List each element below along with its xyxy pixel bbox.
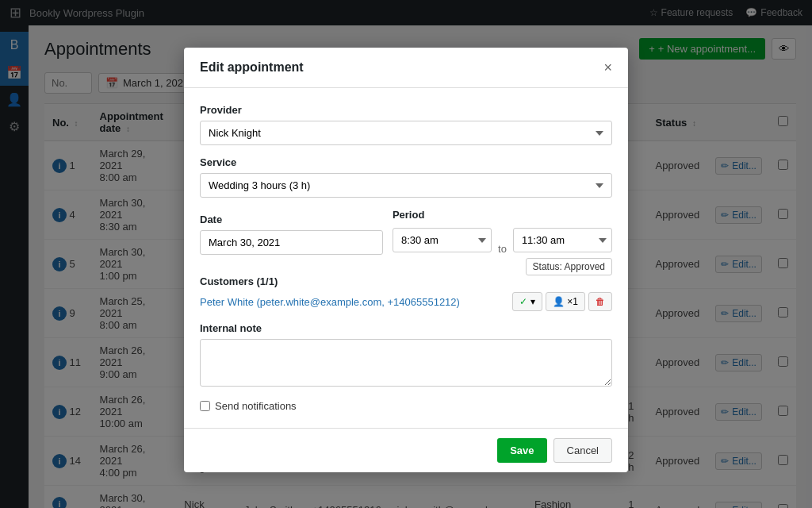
- customers-group: Customers (1/1) Peter White (peter.white…: [200, 275, 612, 311]
- date-input[interactable]: [200, 230, 383, 255]
- customer-link[interactable]: Peter White (peter.white@example.com, +1…: [200, 296, 506, 308]
- date-period-row: Date Period 8:30 am to 11:30 am: [200, 209, 612, 255]
- chevron-down-icon: ▾: [530, 296, 535, 307]
- customer-actions: ✓ ▾ 👤 ×1 🗑: [512, 292, 612, 311]
- service-select[interactable]: Wedding 3 hours (3 h): [200, 173, 612, 198]
- period-end-select[interactable]: 11:30 am: [513, 228, 612, 252]
- period-field: 8:30 am to 11:30 am: [393, 225, 612, 255]
- service-group: Service Wedding 3 hours (3 h): [200, 156, 612, 198]
- send-notifications-label: Send notifications: [215, 400, 297, 412]
- modal-title: Edit appointment: [200, 60, 304, 75]
- customer-row: Peter White (peter.white@example.com, +1…: [200, 292, 612, 311]
- notification-row: Send notifications: [200, 400, 612, 412]
- period-field-wrap: Period 8:30 am to 11:30 am: [393, 209, 612, 255]
- customers-label: Customers (1/1): [200, 275, 612, 287]
- customer-status-button[interactable]: ✓ ▾: [512, 292, 542, 311]
- modal-body: Provider Nick Knight Service Wedding 3 h…: [184, 88, 628, 428]
- send-notifications-checkbox[interactable]: [200, 401, 210, 411]
- internal-note-label: Internal note: [200, 322, 612, 334]
- cancel-button[interactable]: Cancel: [553, 438, 612, 463]
- customer-count-button[interactable]: 👤 ×1: [546, 292, 585, 311]
- modal-overlay: Edit appointment × Provider Nick Knight …: [0, 0, 812, 508]
- person-icon: 👤: [553, 296, 565, 307]
- period-start-select[interactable]: 8:30 am: [393, 228, 492, 252]
- customer-delete-button[interactable]: 🗑: [588, 292, 612, 311]
- modal-close-button[interactable]: ×: [603, 60, 612, 75]
- date-label: Date: [200, 214, 383, 225]
- status-badge: Status: Approved: [526, 258, 612, 275]
- period-to-label: to: [498, 243, 507, 255]
- check-icon: ✓: [519, 296, 527, 307]
- date-field: Date: [200, 214, 383, 255]
- internal-note-textarea[interactable]: [200, 339, 612, 387]
- provider-select[interactable]: Nick Knight: [200, 121, 612, 145]
- period-label: Period: [393, 209, 612, 221]
- service-label: Service: [200, 156, 612, 168]
- provider-label: Provider: [200, 104, 612, 116]
- modal-footer: Save Cancel: [184, 428, 628, 472]
- provider-group: Provider Nick Knight: [200, 104, 612, 145]
- internal-note-group: Internal note: [200, 322, 612, 389]
- modal-header: Edit appointment ×: [184, 48, 628, 88]
- trash-icon: 🗑: [596, 296, 605, 307]
- person-count-value: ×1: [567, 296, 578, 307]
- edit-appointment-modal: Edit appointment × Provider Nick Knight …: [184, 48, 628, 472]
- save-button[interactable]: Save: [497, 438, 546, 463]
